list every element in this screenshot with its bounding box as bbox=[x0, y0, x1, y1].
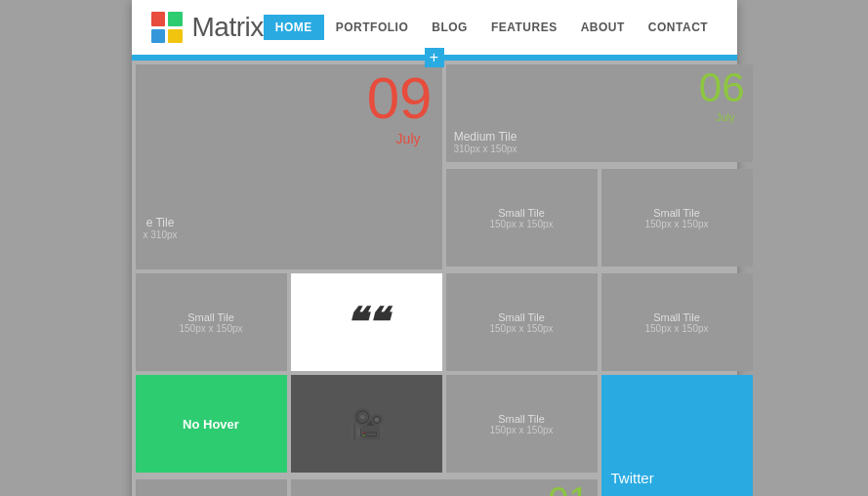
tile-size-s4: 150px x 150px bbox=[489, 323, 553, 334]
tile-label-s2: Small Tile bbox=[653, 207, 700, 219]
tile-label-s4: Small Tile bbox=[498, 311, 545, 323]
tile-small-7[interactable]: Small Tile 150px x 150px bbox=[136, 479, 287, 496]
plus-button[interactable]: + bbox=[425, 48, 444, 67]
tile-camera[interactable]: 🎥 bbox=[291, 375, 442, 473]
tile-size-s6: 150px x 150px bbox=[489, 425, 553, 435]
tile-medium-1[interactable]: 06 July Medium Tile 310px x 150px bbox=[446, 64, 753, 162]
logo: Matrix bbox=[151, 12, 264, 43]
win-tile-red bbox=[151, 12, 166, 26]
nav-portfolio[interactable]: PORTFOLIO bbox=[324, 15, 421, 40]
tile-makemark[interactable]: ❝❝ bbox=[291, 273, 442, 371]
app-window: Matrix HOME PORTFOLIO BLOG FEATURES ABOU… bbox=[132, 0, 737, 496]
tile-twitter[interactable]: Twitter bbox=[601, 375, 753, 496]
tile-size-s1: 150px x 150px bbox=[489, 219, 553, 229]
nav-blog[interactable]: BLOG bbox=[420, 15, 479, 40]
nav-about[interactable]: ABOUT bbox=[569, 15, 637, 40]
tile-size-s2: 150px x 150px bbox=[644, 219, 708, 229]
windows-logo-icon bbox=[151, 12, 183, 43]
tile-small-6[interactable]: Small Tile 150px x 150px bbox=[446, 375, 598, 473]
tile-small-3[interactable]: Small Tile 150px x 150px bbox=[136, 273, 287, 371]
tile-num-med1: 06 bbox=[699, 67, 745, 108]
win-tile-blue bbox=[151, 29, 166, 44]
makemark-icon: ❝❝ bbox=[345, 300, 388, 345]
tile-info-med1: Medium Tile 310px x 150px bbox=[454, 130, 517, 154]
tile-label-s6: Small Tile bbox=[498, 413, 545, 425]
tile-large-1[interactable]: 09 July e Tile x 310px bbox=[136, 64, 442, 269]
win-tile-green bbox=[168, 12, 183, 26]
tile-label: e Tile bbox=[144, 216, 178, 229]
tile-small-4[interactable]: Small Tile 150px x 150px bbox=[446, 273, 598, 371]
tile-label-s3: Small Tile bbox=[187, 311, 234, 323]
nav-features[interactable]: FEATURES bbox=[479, 15, 569, 40]
tile-label-text: e Tile x 310px bbox=[144, 216, 178, 240]
tile-small-5[interactable]: Small Tile 150px x 150px bbox=[601, 273, 753, 371]
tile-month: July bbox=[396, 131, 421, 146]
tile-size-s3: 150px x 150px bbox=[179, 323, 242, 334]
no-hover-text: No Hover bbox=[183, 417, 239, 432]
twitter-label: Twitter bbox=[611, 470, 654, 486]
win-tile-yellow bbox=[168, 29, 183, 44]
tile-label-s5: Small Tile bbox=[653, 311, 700, 323]
nav-contact[interactable]: CONTACT bbox=[637, 15, 720, 40]
tile-small-2[interactable]: Small Tile 150px x 150px bbox=[601, 169, 753, 267]
tile-size-med1: 310px x 150px bbox=[454, 144, 517, 154]
nav: HOME PORTFOLIO BLOG FEATURES ABOUT CONTA… bbox=[264, 15, 720, 40]
tile-label-med1: Medium Tile bbox=[454, 130, 517, 144]
logo-text: Matrix bbox=[192, 12, 264, 43]
tile-month-med1: July bbox=[716, 111, 735, 123]
tile-label-s1: Small Tile bbox=[498, 207, 545, 219]
camera-icon: 🎥 bbox=[349, 407, 385, 441]
tile-number: 09 bbox=[367, 69, 433, 128]
blue-bar: + bbox=[132, 55, 737, 61]
nav-home[interactable]: HOME bbox=[264, 15, 324, 40]
tile-num-med2: 01 bbox=[548, 482, 589, 496]
tile-grid: 09 July e Tile x 310px 06 July Medium Ti… bbox=[132, 61, 737, 496]
header: Matrix HOME PORTFOLIO BLOG FEATURES ABOU… bbox=[132, 0, 737, 55]
tile-size: x 310px bbox=[144, 229, 178, 240]
tile-medium-2[interactable]: 01 July Medium Tile 310px x 150px bbox=[291, 479, 598, 496]
tile-size-s5: 150px x 150px bbox=[644, 323, 708, 334]
tile-no-hover[interactable]: No Hover bbox=[136, 375, 287, 473]
tile-small-1[interactable]: Small Tile 150px x 150px bbox=[446, 169, 598, 267]
